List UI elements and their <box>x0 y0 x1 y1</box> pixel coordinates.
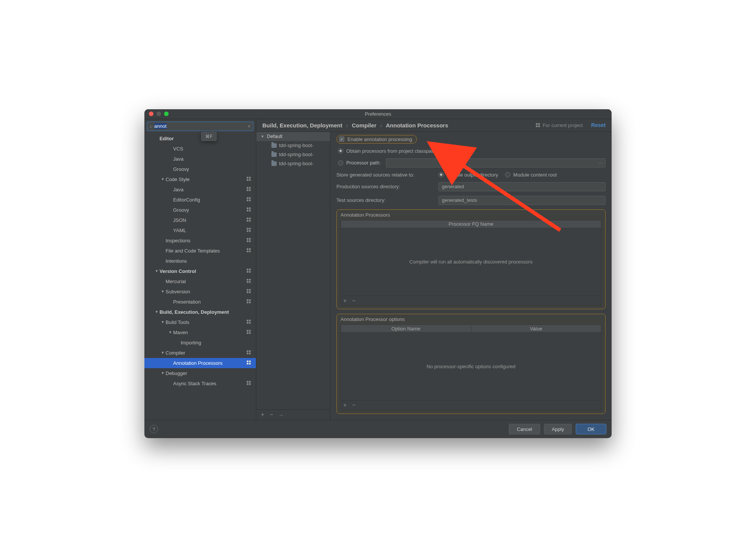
svg-rect-63 <box>249 363 251 364</box>
remove-row-button[interactable]: − <box>352 402 355 409</box>
sidebar-item[interactable]: Async Stack Traces <box>144 378 256 389</box>
sidebar-item[interactable]: Editor <box>144 133 256 144</box>
radio-checked-icon <box>338 148 343 153</box>
profile-module[interactable]: tdd-spring-boot- <box>256 141 330 150</box>
sidebar-item[interactable]: File and Code Templates <box>144 246 256 256</box>
chevron-right-icon: › <box>346 122 348 129</box>
sidebar-item[interactable]: ▼Debugger <box>144 368 256 378</box>
checkbox-checked-icon: ✓ <box>339 136 344 142</box>
svg-rect-12 <box>247 207 248 209</box>
ok-button[interactable]: OK <box>576 424 606 434</box>
add-row-button[interactable]: + <box>343 402 347 409</box>
svg-rect-34 <box>247 271 248 272</box>
apply-button[interactable]: Apply <box>544 424 572 434</box>
sidebar-item[interactable]: VCS <box>144 144 256 154</box>
profile-list: ▼Defaulttdd-spring-boot-tdd-spring-boot-… <box>256 132 330 420</box>
breadcrumb-part[interactable]: Compiler <box>352 122 376 129</box>
svg-rect-18 <box>247 220 248 221</box>
svg-rect-64 <box>247 381 248 382</box>
sidebar-item-label: Editor <box>160 136 251 141</box>
sidebar-item[interactable]: ▼Compiler <box>144 348 256 358</box>
production-dir-input[interactable]: generated <box>438 182 606 191</box>
clear-search-icon[interactable]: × <box>248 123 251 129</box>
dialog-footer: ? Cancel Apply OK <box>144 420 612 438</box>
processor-path-row[interactable]: Processor path: ▭ <box>338 158 606 167</box>
svg-rect-29 <box>249 248 251 249</box>
svg-rect-39 <box>249 281 251 282</box>
settings-tree[interactable]: EditorVCSJavaGroovy▼Code StyleJavaEditor… <box>144 133 256 420</box>
sidebar-item[interactable]: YAML <box>144 225 256 236</box>
svg-rect-65 <box>249 381 251 382</box>
svg-rect-35 <box>249 271 251 272</box>
add-profile-button[interactable]: + <box>261 411 264 418</box>
sidebar-item[interactable]: ▼Maven <box>144 327 256 338</box>
remove-profile-button[interactable]: − <box>270 411 273 418</box>
profile-default[interactable]: ▼Default <box>256 132 330 141</box>
svg-rect-27 <box>249 240 251 242</box>
sidebar-item[interactable]: Inspections <box>144 236 256 246</box>
sidebar-item[interactable]: Groovy <box>144 164 256 174</box>
table-empty-msg: No processor-specific options configured <box>341 333 601 401</box>
for-current-project: For current project <box>535 122 583 128</box>
sidebar-item-label: JSON <box>173 217 244 223</box>
sidebar-item[interactable]: ▼Subversion <box>144 287 256 297</box>
sidebar-item-label: EditorConfig <box>173 197 244 203</box>
sidebar-item[interactable]: Presentation <box>144 297 256 307</box>
svg-rect-69 <box>538 123 540 125</box>
sidebar-item[interactable]: Mercurial <box>144 276 256 287</box>
table-header: Processor FQ Name <box>341 220 601 228</box>
svg-rect-4 <box>247 187 248 188</box>
breadcrumb-part[interactable]: Build, Execution, Deployment <box>262 122 342 129</box>
move-profile-button[interactable]: → <box>279 412 284 418</box>
cancel-button[interactable]: Cancel <box>509 424 540 434</box>
project-scope-icon <box>244 278 251 285</box>
sidebar-item[interactable]: Groovy <box>144 205 256 215</box>
sidebar-item[interactable]: ▼Build, Execution, Deployment <box>144 307 256 317</box>
svg-rect-40 <box>247 289 248 290</box>
module-output-dir-radio[interactable]: Module output directory <box>438 172 498 178</box>
sidebar-item[interactable]: ▼Build Tools <box>144 317 256 327</box>
sidebar-item-label: Inspections <box>166 238 244 243</box>
svg-rect-70 <box>536 126 537 127</box>
sidebar-item[interactable]: EditorConfig <box>144 195 256 205</box>
sidebar-item[interactable]: Annotation Processors <box>144 358 256 368</box>
settings-panel: Build, Execution, Deployment › Compiler … <box>256 119 612 420</box>
profile-toolbar: + − → <box>256 409 330 420</box>
sidebar-item[interactable]: Intentions <box>144 256 256 266</box>
profile-module[interactable]: tdd-spring-boot- <box>256 150 330 159</box>
remove-row-button[interactable]: − <box>352 298 355 304</box>
project-scope-icon <box>244 176 251 183</box>
obtain-from-classpath-radio[interactable]: Obtain processors from project classpath <box>338 148 606 154</box>
sidebar-item[interactable]: Java <box>144 184 256 195</box>
sidebar-item[interactable]: ▼Version Control <box>144 266 256 276</box>
sidebar-item[interactable]: JSON <box>144 215 256 225</box>
annotation-processors-group: Annotation Processors Processor FQ Name … <box>336 209 606 310</box>
sidebar-item[interactable]: Importing <box>144 338 256 348</box>
test-dir-input[interactable]: generated_tests <box>438 196 606 205</box>
search-input[interactable] <box>154 123 248 129</box>
sidebar-item[interactable]: Java <box>144 154 256 164</box>
profile-module[interactable]: tdd-spring-boot- <box>256 159 330 168</box>
svg-rect-45 <box>249 299 251 301</box>
project-scope-icon <box>244 268 251 274</box>
svg-rect-22 <box>247 230 248 231</box>
enable-annotation-processing[interactable]: ✓ Enable annotation processing <box>336 135 417 144</box>
project-scope-icon <box>244 350 251 356</box>
sidebar-item-label: Mercurial <box>166 279 244 284</box>
window-title: Preferences <box>144 111 612 117</box>
search-input-wrap[interactable]: ⌕ × <box>147 121 254 131</box>
svg-rect-31 <box>249 250 251 252</box>
folder-browse-icon[interactable]: ▭ <box>598 160 603 166</box>
sidebar-item[interactable]: ▼Code Style <box>144 174 256 184</box>
processor-path-input[interactable]: ▭ <box>386 158 606 167</box>
project-scope-icon <box>244 288 251 295</box>
reset-button[interactable]: Reset <box>591 122 606 128</box>
sidebar-item-label: Java <box>173 187 244 192</box>
svg-rect-25 <box>249 238 251 239</box>
sidebar-item-label: Compiler <box>166 350 244 356</box>
table-empty-msg: Compiler will run all automatically disc… <box>341 228 601 296</box>
module-content-root-radio[interactable]: Module content root <box>505 172 557 178</box>
add-row-button[interactable]: + <box>343 298 347 304</box>
help-button[interactable]: ? <box>150 425 158 433</box>
sidebar-item-label: Importing <box>181 340 251 346</box>
